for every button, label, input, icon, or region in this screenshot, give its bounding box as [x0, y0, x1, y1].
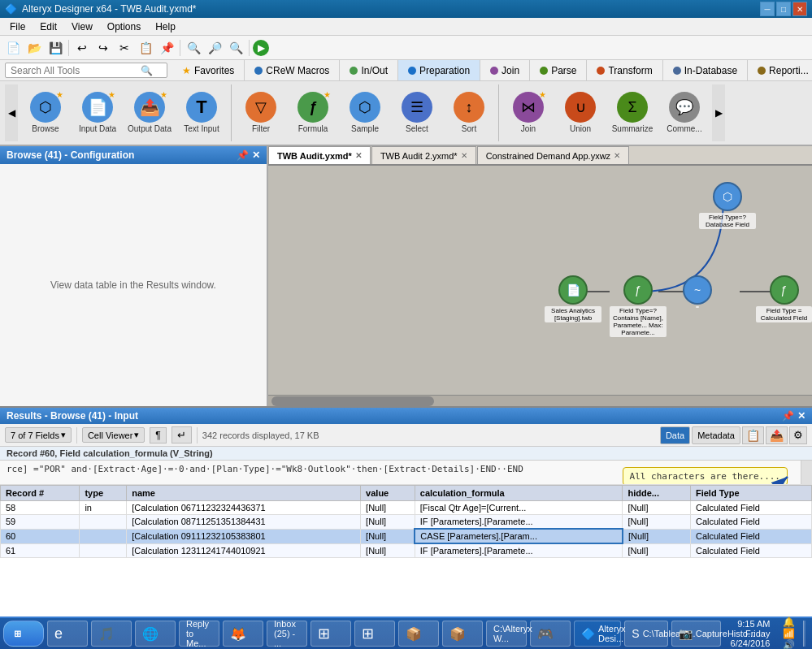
- zoom-in-button[interactable]: 🔎: [205, 38, 224, 58]
- ribbon-nav-left[interactable]: ◀: [5, 84, 18, 141]
- col-record-num[interactable]: Record #: [1, 486, 80, 501]
- taskbar-media[interactable]: 🎵: [91, 621, 132, 647]
- table-row[interactable]: 59 [Calculation 08711251351384431 [Null]…: [1, 515, 812, 530]
- metadata-tab[interactable]: Metadata: [692, 426, 740, 444]
- find-button[interactable]: 🔍: [226, 38, 245, 58]
- taskbar-inbox[interactable]: Inbox (25) - ...: [267, 621, 307, 647]
- run-button[interactable]: ▶: [253, 40, 269, 56]
- paragraph-marks-btn[interactable]: ¶: [150, 427, 166, 443]
- tool-formula[interactable]: ★ ƒ Formula: [289, 89, 337, 137]
- export-results-btn[interactable]: 📤: [766, 426, 788, 444]
- menu-view[interactable]: View: [65, 19, 99, 34]
- tab-reporting[interactable]: Reporti...: [748, 60, 812, 80]
- copy-results-btn[interactable]: 📋: [742, 426, 764, 444]
- taskbar-tableau[interactable]: S C:\Tableau\...: [624, 621, 667, 647]
- col-name[interactable]: name: [127, 486, 361, 501]
- taskbar-box1[interactable]: 📦: [398, 621, 439, 647]
- taskbar-alteryx-file[interactable]: C:\Alteryx W...: [486, 621, 527, 647]
- tab-twb-audit[interactable]: TWB Audit.yxmd* ✕: [268, 146, 371, 164]
- save-button[interactable]: 💾: [46, 38, 65, 58]
- tool-sort[interactable]: ↕ Sort: [445, 89, 493, 137]
- tab-inout[interactable]: In/Out: [340, 60, 398, 80]
- cut-button[interactable]: ✂: [115, 38, 134, 58]
- data-tab[interactable]: Data: [660, 426, 690, 444]
- menu-file[interactable]: File: [3, 19, 32, 34]
- tab-close-1[interactable]: ✕: [355, 151, 362, 160]
- tab-twb-audit-2[interactable]: TWB Audit 2.yxmd* ✕: [371, 146, 476, 164]
- taskbar-game[interactable]: 🎮: [530, 621, 571, 647]
- taskbar-win1[interactable]: ⊞: [310, 621, 351, 647]
- tab-transform[interactable]: Transform: [587, 60, 662, 80]
- menu-options[interactable]: Options: [101, 19, 147, 34]
- tab-preparation[interactable]: Preparation: [398, 60, 480, 80]
- panel-close-icon[interactable]: ✕: [252, 149, 260, 161]
- results-controls[interactable]: 📌 ✕: [782, 410, 805, 422]
- open-button[interactable]: 📂: [24, 38, 44, 58]
- cell-viewer-btn[interactable]: Cell Viewer ▾: [82, 427, 145, 443]
- canvas-h-scrollbar[interactable]: [268, 395, 812, 406]
- taskbar-capture[interactable]: 📷 CaptureHisto...: [671, 621, 721, 647]
- tool-sample[interactable]: ⬡ Sample: [341, 89, 389, 137]
- tab-favorites[interactable]: ★ Favorites: [172, 60, 245, 80]
- results-close-icon[interactable]: ✕: [797, 410, 805, 422]
- tab-crew-macros[interactable]: CReW Macros: [245, 60, 340, 80]
- tool-union[interactable]: ∪ Union: [556, 89, 605, 137]
- maximize-button[interactable]: □: [776, 2, 791, 16]
- redo-button[interactable]: ↪: [93, 38, 113, 58]
- tab-join[interactable]: Join: [480, 60, 530, 80]
- col-hidden[interactable]: hidde...: [623, 486, 691, 501]
- search-input[interactable]: [11, 65, 141, 76]
- col-value[interactable]: value: [361, 486, 415, 501]
- node-top[interactable]: ⬡ Field Type=? Database Field: [699, 182, 756, 229]
- minimize-button[interactable]: ─: [760, 2, 775, 16]
- panel-controls[interactable]: 📌 ✕: [237, 149, 260, 161]
- tab-close-2[interactable]: ✕: [461, 151, 467, 160]
- word-wrap-btn[interactable]: ↵: [172, 426, 192, 443]
- undo-button[interactable]: ↩: [72, 38, 92, 58]
- menu-help[interactable]: Help: [149, 19, 182, 34]
- taskbar-win2[interactable]: ⊞: [354, 621, 395, 647]
- table-row[interactable]: 61 [Calculation 12311241744010921 [Null]…: [1, 543, 812, 558]
- workflow-canvas[interactable]: 📄 Sales Analytics [Staging].twb ƒ Field …: [268, 166, 812, 395]
- menu-edit[interactable]: Edit: [33, 19, 63, 34]
- tool-browse[interactable]: ★ ⬡ Browse: [21, 89, 70, 137]
- table-row[interactable]: 58 in [Calculation 06711232324436371 [Nu…: [1, 501, 812, 515]
- tool-output-data[interactable]: ★ 📤 Output Data: [125, 89, 174, 137]
- paste-button[interactable]: 📌: [157, 38, 176, 58]
- scrollbar-indicator[interactable]: [801, 461, 812, 484]
- col-field-type[interactable]: Field Type: [690, 486, 811, 501]
- ribbon-nav-right[interactable]: ▶: [712, 84, 725, 141]
- taskbar-firefox[interactable]: 🦊: [223, 621, 263, 647]
- copy-button[interactable]: 📋: [136, 38, 155, 58]
- tab-constrained-demand[interactable]: Constrained Demand App.yxwz ✕: [477, 146, 629, 164]
- col-type[interactable]: type: [80, 486, 127, 501]
- node-formula-2[interactable]: ƒ Field Type = Calculated Field: [756, 275, 812, 322]
- close-button[interactable]: ✕: [792, 2, 807, 16]
- window-controls[interactable]: ─ □ ✕: [760, 2, 807, 16]
- search-box[interactable]: 🔍: [5, 63, 167, 78]
- node-sales-analytics[interactable]: 📄 Sales Analytics [Staging].twb: [545, 275, 601, 322]
- new-button[interactable]: 📄: [3, 38, 23, 58]
- taskbar-chrome[interactable]: 🌐: [135, 621, 176, 647]
- table-row[interactable]: 60 [Calculation 09111232105383801 [Null]…: [1, 529, 812, 543]
- node-filter-1[interactable]: ~: [683, 275, 712, 308]
- tab-indatabase[interactable]: In-Database: [663, 60, 748, 80]
- panel-pin-icon[interactable]: 📌: [237, 149, 249, 161]
- canvas-h-scrollbar-thumb[interactable]: [271, 396, 434, 406]
- zoom-out-button[interactable]: 🔍: [184, 38, 203, 58]
- results-table-container[interactable]: Record # type name value calculation_for…: [0, 485, 812, 622]
- tool-select[interactable]: ☰ Select: [393, 89, 441, 137]
- col-calc-formula[interactable]: calculation_formula: [415, 486, 623, 501]
- tool-join[interactable]: ★ ⋈ Join: [504, 89, 553, 137]
- settings-results-btn[interactable]: ⚙: [789, 426, 807, 444]
- tool-input-data[interactable]: ★ 📄 Input Data: [73, 89, 122, 137]
- results-pin-icon[interactable]: 📌: [782, 410, 794, 422]
- tool-comment[interactable]: 💬 Comme...: [660, 89, 709, 137]
- taskbar-box2[interactable]: 📦: [442, 621, 483, 647]
- tool-text-input[interactable]: T Text Input: [177, 89, 226, 137]
- fields-dropdown[interactable]: 7 of 7 Fields ▾: [5, 427, 72, 443]
- tab-parse[interactable]: Parse: [530, 60, 587, 80]
- taskbar-alteryx-designer[interactable]: 🔷 Alteryx Desi...: [574, 621, 621, 647]
- node-formula-1[interactable]: ƒ Field Type=? Contains [Name], Paramete…: [610, 275, 667, 337]
- start-button[interactable]: ⊞: [3, 621, 44, 647]
